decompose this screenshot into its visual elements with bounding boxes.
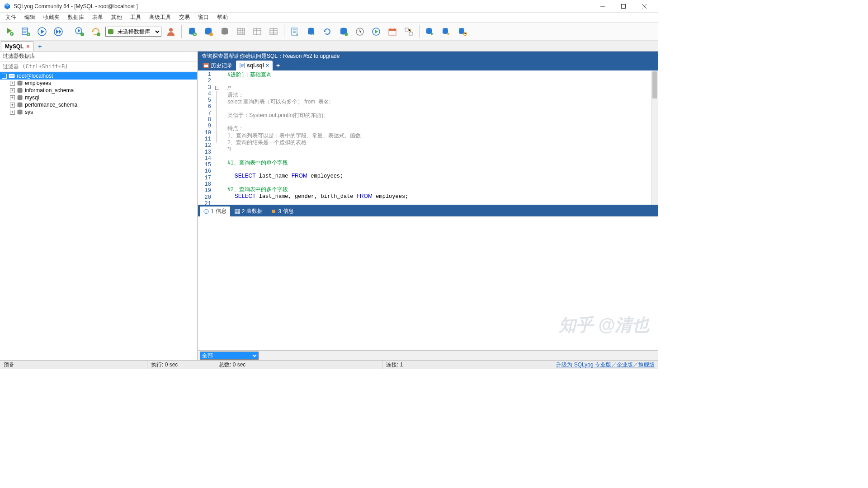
expand-icon[interactable]: +	[10, 110, 15, 115]
execute-button[interactable]	[35, 25, 49, 38]
expand-icon[interactable]: +	[10, 95, 15, 100]
menu-表单[interactable]: 表单	[89, 13, 107, 22]
result-filter-dropdown[interactable]: 全部	[200, 352, 259, 360]
menu-收藏夹[interactable]: 收藏夹	[40, 13, 63, 22]
export-button[interactable]	[288, 25, 302, 38]
result-tab-信息[interactable]: i1 信息	[200, 206, 230, 216]
database-icon	[17, 80, 23, 86]
status-ready: 预备	[0, 361, 147, 369]
close-icon[interactable]: ×	[26, 43, 29, 50]
status-total-time: 总数: 0 sec	[215, 361, 382, 369]
refresh-object-button[interactable]	[321, 25, 334, 38]
upgrade-link[interactable]: 升级为 SQLyog 专业版／企业版／旗舰版	[552, 361, 658, 369]
menu-数据库[interactable]: 数据库	[64, 13, 88, 22]
info-icon: i	[203, 209, 209, 214]
schema-designer-button[interactable]	[402, 25, 415, 38]
expand-icon[interactable]: +	[10, 88, 15, 93]
menu-文件[interactable]: 文件	[2, 13, 20, 22]
sql-editor[interactable]: 123456789101112131415161718192021222324 …	[198, 70, 658, 206]
sql-file-tab-label: sql.sql	[247, 62, 264, 69]
result-tab-bar: i1 信息2 表数据3 信息	[198, 206, 658, 216]
tree-database-node[interactable]: +sys	[0, 108, 197, 116]
toolbar-separator	[69, 25, 69, 38]
db-action-2-button[interactable]	[337, 25, 350, 38]
svg-rect-34	[10, 75, 14, 75]
history-tab-label: 历史记录	[211, 62, 232, 70]
filter-input[interactable]	[0, 61, 197, 71]
refresh-button[interactable]	[89, 25, 103, 38]
code-area[interactable]: #进阶1：基础查询 /* 语法： select 查询列表（可以有多个） from…	[220, 70, 651, 205]
new-tab-button[interactable]: +	[273, 61, 283, 70]
sql-file-icon	[240, 63, 245, 68]
table-button-2[interactable]	[250, 25, 264, 38]
result-filter-bar: 全部	[198, 350, 658, 360]
db-tool-2-button[interactable]	[439, 25, 453, 38]
close-button[interactable]	[634, 0, 655, 13]
execute-explain-button[interactable]	[73, 25, 86, 38]
upgrade-banner[interactable]: 查询探查器帮助你确认问题SQL：Reason #52 to upgrade	[198, 52, 658, 61]
menu-其他[interactable]: 其他	[108, 13, 126, 22]
database-icon	[17, 102, 23, 108]
menu-帮助[interactable]: 帮助	[213, 13, 231, 22]
database-icon	[17, 88, 23, 93]
editor-tab-bar: 历史记录 sql.sql × +	[198, 61, 658, 70]
server-icon	[9, 73, 15, 79]
execute-all-button[interactable]	[52, 25, 65, 38]
line-number-gutter: 123456789101112131415161718192021222324	[198, 70, 214, 205]
tree-node-label: information_schema	[25, 87, 74, 94]
table-button-1[interactable]	[234, 25, 248, 38]
expand-icon[interactable]: +	[10, 81, 15, 86]
minimize-button[interactable]	[592, 0, 613, 13]
menu-窗口[interactable]: 窗口	[194, 13, 212, 22]
user-manager-button[interactable]	[164, 25, 178, 38]
menu-工具[interactable]: 工具	[127, 13, 145, 22]
svg-rect-46	[235, 209, 240, 214]
tree-connection-node[interactable]: -root@localhost	[0, 72, 197, 80]
table-button-3[interactable]	[267, 25, 280, 38]
svg-text:i: i	[206, 210, 207, 214]
connection-tab[interactable]: MySQL ×	[1, 41, 33, 51]
watermark: 知乎 @清也	[559, 314, 649, 337]
history-tab[interactable]: 历史记录	[200, 61, 236, 70]
history-button[interactable]	[353, 25, 367, 38]
database-tree[interactable]: -root@localhost+employees+information_sc…	[0, 71, 197, 360]
new-connection-button[interactable]	[3, 25, 16, 38]
db-copy-button[interactable]	[202, 25, 215, 38]
database-selector[interactable]: 未选择数据库	[105, 27, 161, 37]
vertical-scrollbar[interactable]	[651, 70, 658, 205]
expand-icon[interactable]: +	[10, 103, 15, 108]
tree-database-node[interactable]: +performance_schema	[0, 101, 197, 108]
svg-point-7	[80, 33, 84, 36]
menu-编辑[interactable]: 编辑	[21, 13, 39, 22]
calendar-button[interactable]	[386, 25, 399, 38]
result-tab-表数据[interactable]: 2 表数据	[231, 206, 267, 216]
menu-高级工具[interactable]: 高级工具	[146, 13, 175, 22]
close-icon[interactable]: ×	[266, 62, 269, 69]
db-sync-button[interactable]	[185, 25, 199, 38]
database-dropdown[interactable]: 未选择数据库	[116, 28, 161, 35]
tree-node-label: employees	[25, 80, 51, 86]
menu-交易[interactable]: 交易	[175, 13, 193, 22]
database-icon	[17, 95, 23, 100]
toolbar-separator	[419, 25, 420, 38]
maximize-button[interactable]	[613, 0, 634, 13]
new-query-button[interactable]	[19, 25, 33, 38]
new-connection-tab-button[interactable]: +	[33, 42, 46, 51]
result-tab-信息[interactable]: 3 信息	[267, 206, 297, 216]
sql-file-tab[interactable]: sql.sql ×	[236, 61, 273, 70]
svg-point-15	[222, 28, 228, 30]
db-action-1-button[interactable]	[304, 25, 318, 38]
svg-point-8	[97, 33, 100, 36]
svg-rect-35	[10, 76, 14, 76]
db-tool-3-button[interactable]	[456, 25, 469, 38]
collapse-icon[interactable]: -	[2, 74, 7, 79]
scheduled-button[interactable]	[369, 25, 383, 38]
db-import-button[interactable]	[218, 25, 231, 38]
tree-database-node[interactable]: +mysql	[0, 94, 197, 101]
tree-database-node[interactable]: +information_schema	[0, 87, 197, 94]
tree-database-node[interactable]: +employees	[0, 80, 197, 87]
db-tool-1-button[interactable]	[423, 25, 437, 38]
scrollbar-thumb[interactable]	[652, 71, 657, 99]
warn-icon	[271, 209, 276, 214]
menu-bar: 文件编辑收藏夹数据库表单其他工具高级工具交易窗口帮助	[0, 13, 658, 23]
